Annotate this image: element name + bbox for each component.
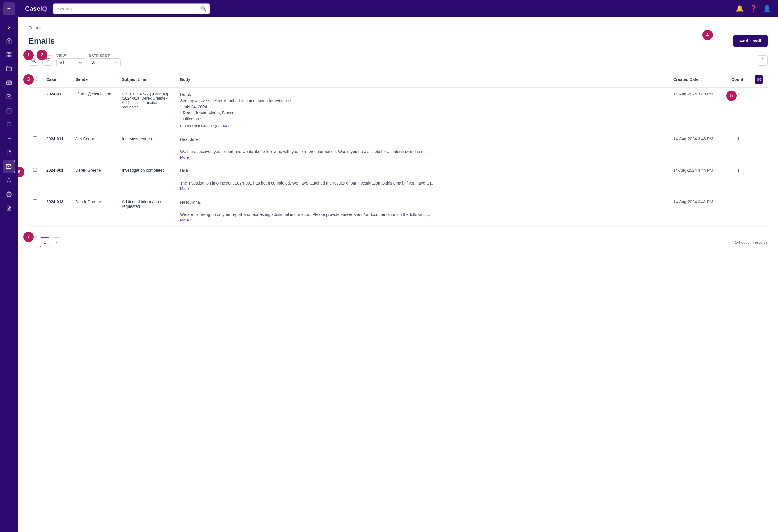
document-icon[interactable] bbox=[3, 146, 15, 159]
case-column-header: Case bbox=[42, 72, 71, 87]
table-container: 3 Case Sender Subject Line Body bbox=[28, 72, 768, 227]
settings-icon[interactable] bbox=[3, 188, 15, 201]
row-4-sender: Derek Greene bbox=[71, 195, 117, 227]
brand-text: Case bbox=[25, 5, 41, 12]
svg-point-21 bbox=[8, 194, 10, 195]
filter-funnel-button[interactable] bbox=[43, 55, 53, 66]
kebab-menu-button[interactable]: ⋮ bbox=[757, 55, 768, 66]
breadcrumb: Emails bbox=[28, 25, 768, 30]
date-filter-wrap: DATE SENT All Today This Week This Month bbox=[89, 54, 121, 67]
row-2-checkbox-cell bbox=[28, 133, 42, 164]
created-date-column-header[interactable]: Created Date bbox=[669, 72, 727, 87]
row-3-checkbox-cell: 6 bbox=[28, 164, 42, 195]
table-row: 2024-013 Derek Greene Additional informa… bbox=[28, 195, 768, 227]
grid-view-header bbox=[750, 72, 768, 87]
prev-page-button[interactable]: ‹ bbox=[28, 237, 38, 247]
row-3-subject: Investigation completed bbox=[117, 164, 175, 195]
page-header: Emails 4 Add Email bbox=[28, 35, 768, 47]
row-2-more-link[interactable]: More bbox=[180, 155, 189, 159]
svg-rect-27 bbox=[757, 80, 759, 81]
current-page-number: 1 bbox=[40, 237, 50, 247]
topbar-actions: 🔔 ❓ 👤 bbox=[736, 5, 771, 12]
filter-bar: 1 🔍 2 VIEW All Sent Received DATE SEN bbox=[28, 54, 768, 67]
annotation-badge-6: 6 bbox=[18, 167, 24, 177]
email-nav-icon[interactable] bbox=[3, 160, 15, 173]
row-3-checkbox[interactable] bbox=[33, 168, 37, 172]
svg-rect-25 bbox=[757, 78, 759, 79]
row-1-body-suffix: From:Derek Greene (C... bbox=[180, 124, 222, 128]
row-1-count: 5 2 bbox=[727, 87, 750, 133]
row-4-checkbox[interactable] bbox=[33, 199, 37, 203]
person-icon[interactable] bbox=[3, 174, 15, 187]
view-filter-select[interactable]: All Sent Received bbox=[57, 59, 85, 67]
body-column-header: Body bbox=[175, 72, 669, 87]
select-all-header bbox=[28, 72, 42, 87]
sidebar-top: + bbox=[0, 0, 18, 17]
page-title: Emails bbox=[28, 36, 55, 46]
pagination-controls: ‹ 1 › bbox=[28, 237, 61, 247]
row-3-more-link[interactable]: More bbox=[180, 186, 189, 191]
date-filter-select[interactable]: All Today This Week This Month bbox=[89, 59, 121, 67]
row-1-more-link[interactable]: More bbox=[223, 124, 232, 128]
notifications-icon[interactable]: 🔔 bbox=[736, 5, 744, 12]
checkbox-icon[interactable] bbox=[3, 90, 15, 103]
row-2-date: 14-Aug-2024 3:46 PM bbox=[669, 133, 727, 164]
left-sidebar: + › bbox=[0, 0, 18, 532]
grid-view-button[interactable] bbox=[755, 75, 763, 83]
row-2-case: 2024-011 bbox=[42, 133, 71, 164]
add-email-button[interactable]: Add Email bbox=[733, 35, 768, 47]
row-3-date: 14-Aug-2024 3:44 PM bbox=[669, 164, 727, 195]
lines-icon[interactable] bbox=[3, 132, 15, 145]
svg-rect-26 bbox=[759, 78, 760, 79]
count-column-header: Count bbox=[727, 72, 750, 87]
svg-rect-28 bbox=[759, 80, 760, 81]
svg-point-5 bbox=[8, 82, 8, 83]
clipboard-icon[interactable] bbox=[3, 118, 15, 131]
row-4-count bbox=[727, 195, 750, 227]
row-3-sender: Derek Greene bbox=[71, 164, 117, 195]
list-icon[interactable] bbox=[3, 48, 15, 61]
user-icon[interactable]: 👤 bbox=[763, 5, 771, 12]
collapse-icon[interactable]: › bbox=[3, 20, 15, 33]
select-all-checkbox[interactable] bbox=[33, 77, 37, 81]
search-input[interactable] bbox=[53, 3, 210, 14]
row-2-body: Dear Julie,We have received your report … bbox=[175, 133, 669, 164]
home-icon[interactable] bbox=[3, 34, 15, 47]
row-3-body: Hello,The investigation into incident 20… bbox=[175, 164, 669, 195]
search-filter-button[interactable]: 🔍 bbox=[28, 55, 39, 66]
row-4-checkbox-cell bbox=[28, 195, 42, 227]
subject-column-header: Subject Line bbox=[117, 72, 175, 87]
date-filter-label: DATE SENT bbox=[89, 54, 121, 58]
view-filter-wrap: VIEW All Sent Received bbox=[57, 54, 85, 67]
svg-rect-3 bbox=[10, 55, 11, 57]
table-row: 2024-011 Jen Cedar Interview request Dea… bbox=[28, 133, 768, 164]
app-container: + › bbox=[0, 0, 778, 532]
row-1-case: 2024-013 bbox=[42, 87, 71, 133]
add-icon[interactable]: + bbox=[3, 2, 15, 15]
help-icon[interactable]: ❓ bbox=[750, 5, 757, 12]
right-content: CaseIQ 🔍 🔔 ❓ 👤 Emails Emails bbox=[18, 0, 778, 532]
row-2-sender: Jen Cedar bbox=[71, 133, 117, 164]
row-1-checkbox[interactable] bbox=[33, 92, 37, 95]
row-2-subject: Interview request bbox=[117, 133, 175, 164]
table-body: 2024-013 afiume@caseiq.com Re: [EXTERNAL… bbox=[28, 87, 768, 227]
brand-accent: IQ bbox=[41, 5, 47, 12]
row-2-checkbox[interactable] bbox=[33, 137, 37, 140]
row-3-grid bbox=[750, 164, 768, 195]
reports-icon[interactable] bbox=[3, 202, 15, 215]
next-page-button[interactable]: › bbox=[52, 237, 61, 247]
emails-table: Case Sender Subject Line Body Created Da… bbox=[28, 72, 768, 227]
row-1-checkbox-cell bbox=[28, 87, 42, 133]
calendar-icon[interactable] bbox=[3, 104, 15, 117]
breadcrumb-label: Emails bbox=[28, 25, 41, 30]
svg-rect-9 bbox=[7, 108, 11, 113]
svg-point-20 bbox=[8, 178, 10, 180]
row-4-body: Hello Anna,We are following up on your r… bbox=[175, 195, 669, 227]
table-row: 6 2024-001 Derek Greene Investigation co… bbox=[28, 164, 768, 195]
folder-icon[interactable] bbox=[3, 62, 15, 75]
row-4-more-link[interactable]: More bbox=[180, 218, 189, 222]
annotation-badge-4: 4 bbox=[702, 30, 713, 40]
row-1-subject: Re: [EXTERNAL] [Case IQ] (2024-013) Dere… bbox=[117, 87, 175, 133]
row-4-case: 2024-013 bbox=[42, 195, 71, 227]
id-card-icon[interactable] bbox=[3, 76, 15, 89]
